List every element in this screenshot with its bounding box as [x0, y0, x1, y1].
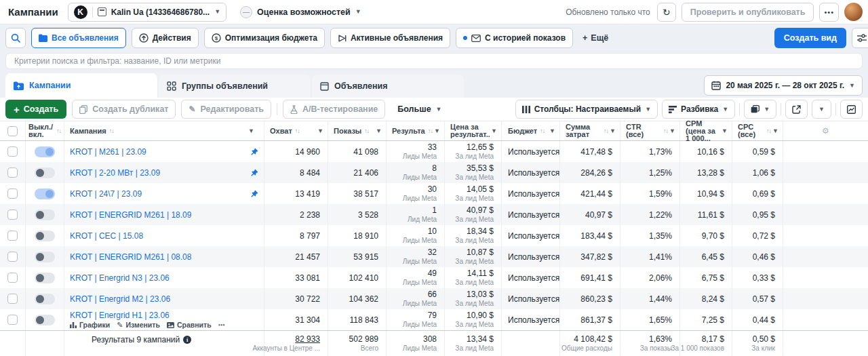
amount-spent-cell: 417,48 $ — [560, 141, 620, 162]
export-icon — [792, 105, 801, 114]
duplicate-button[interactable]: Создать дубликат — [72, 100, 176, 119]
column-header-amount-spent[interactable]: Сумма затрат↑↓ ▼ — [560, 121, 620, 140]
columns-button[interactable]: Столбцы: Настраиваемый ▼ — [515, 100, 658, 119]
filter-delivery-history[interactable]: С историей показов — [456, 28, 573, 48]
date-range-picker[interactable]: 20 мая 2025 г. — 28 окт 2025 г. ▼ — [704, 75, 863, 96]
search-button[interactable] — [5, 28, 26, 48]
chevron-down-icon[interactable]: ▼ — [771, 127, 783, 135]
arrow-circle-icon — [139, 33, 149, 43]
avatar[interactable] — [844, 3, 863, 21]
campaign-toggle[interactable] — [35, 210, 55, 220]
filter-active-ads[interactable]: Активные объявления — [330, 28, 450, 48]
campaign-name-link[interactable]: KROT | Energrid M2 | 23.06 — [70, 294, 170, 304]
row-checkbox[interactable] — [7, 167, 18, 178]
search-criteria-bar[interactable] — [5, 53, 863, 69]
campaign-row: KROT | 24\7 | 23.0913 41938 51730Лиды Me… — [0, 183, 868, 204]
breakdown-button[interactable]: Разбивка ▼ — [662, 100, 735, 119]
summary-label: Результаты 9 кампаний — [92, 335, 180, 344]
column-header-cpm[interactable]: CPM (цена за 1 000... ▼ — [680, 121, 732, 140]
chevron-down-icon[interactable]: ▼ — [668, 127, 679, 135]
edit-button[interactable]: ✎ Редактировать — [181, 100, 271, 119]
row-checkbox[interactable] — [7, 231, 18, 241]
row-checkbox[interactable] — [7, 273, 18, 283]
account-selector[interactable]: K Kalin Ua (143364686780... ▼ — [68, 3, 226, 22]
column-header-impressions[interactable]: Показы↑↓ ▼ — [328, 121, 387, 140]
campaign-toggle[interactable] — [35, 252, 55, 262]
column-header-budget[interactable]: Бюджет↑↓ ▼ — [502, 121, 560, 140]
campaign-name-link[interactable]: KROT | CEC | 15.08 — [70, 231, 143, 241]
export-options-button[interactable]: ▼ — [812, 100, 831, 119]
ctr-cell: 1,25% — [620, 162, 680, 183]
campaign-name-link[interactable]: KROT | Energrid H1 | 23.06 — [70, 311, 170, 320]
charts-button[interactable] — [840, 100, 863, 119]
chevron-down-icon[interactable]: ▼ — [548, 127, 559, 135]
campaign-name-link[interactable]: KROT | 2-20 МВт | 23.09 — [70, 168, 160, 178]
filter-bar: Все объявления Действия $ Оптимизация бю… — [0, 24, 868, 52]
filter-all-ads[interactable]: Все объявления — [31, 28, 126, 48]
chevron-down-icon[interactable]: ▼ — [433, 127, 444, 135]
column-header-cpc[interactable]: CPC (все)↑↓ ▼ — [732, 121, 783, 140]
campaign-name-link[interactable]: KROT | Energrid N3 | 23.06 — [70, 273, 170, 283]
chevron-down-icon[interactable]: ▼ — [316, 127, 328, 135]
row-action-3[interactable]: Сравнить — [167, 321, 212, 329]
row-checkbox[interactable] — [7, 189, 18, 199]
chevron-down-icon[interactable]: ▼ — [720, 127, 732, 135]
cpc-cell: 0,57 $ — [732, 288, 783, 309]
more-options-button[interactable]: ••• — [819, 3, 839, 22]
info-icon[interactable]: i — [183, 336, 191, 344]
campaign-toggle[interactable] — [35, 146, 55, 157]
tab-ads[interactable]: Объявления — [312, 75, 464, 98]
filter-more[interactable]: + Ещё — [578, 33, 612, 43]
row-checkbox[interactable] — [7, 146, 18, 157]
row-checkbox[interactable] — [7, 315, 18, 325]
campaign-toggle[interactable] — [35, 315, 55, 325]
result-cell: 49Лиды Meta — [387, 267, 445, 288]
campaign-name-link[interactable]: KROT | ENERGRID M261 | 08.08 — [70, 252, 191, 262]
campaign-name-link[interactable]: KROT | M261 | 23.09 — [70, 147, 146, 157]
column-header-cost-per-result[interactable]: Цена за результат... ▼ — [445, 121, 502, 140]
filter-actions[interactable]: Действия — [132, 28, 199, 48]
campaign-toggle[interactable] — [35, 231, 55, 241]
column-header-ctr[interactable]: CTR (все)↑↓ ▼ — [620, 121, 680, 140]
ab-test-button[interactable]: A/B-тестирование — [283, 100, 385, 119]
row-checkbox[interactable] — [7, 294, 18, 304]
row-action-more[interactable]: ⋯ — [218, 321, 226, 329]
campaign-name-link[interactable]: KROT | 24\7 | 23.09 — [70, 189, 142, 199]
campaign-name-link[interactable]: KROT | ENERGRID M261 | 18.09 — [70, 210, 191, 220]
refresh-button[interactable]: ↻ — [657, 3, 676, 22]
reports-button[interactable]: ▼ — [744, 100, 776, 119]
create-view-button[interactable]: Создать вид — [774, 28, 846, 48]
campaign-toggle[interactable] — [35, 294, 55, 304]
campaign-toggle[interactable] — [35, 167, 55, 178]
gear-icon[interactable]: ⚙ — [822, 127, 829, 135]
tab-campaigns[interactable]: Кампании — [5, 73, 157, 98]
filter-budget-optimization[interactable]: $ Оптимизация бюджета — [204, 28, 325, 48]
chevron-down-icon[interactable]: ▼ — [608, 127, 620, 135]
chevron-down-icon[interactable]: ▼ — [490, 127, 501, 135]
opportunity-score-dropdown[interactable]: — Оценка возможностей ▼ — [240, 6, 361, 18]
search-input[interactable] — [14, 56, 854, 66]
row-checkbox[interactable] — [7, 252, 18, 262]
view-settings-button[interactable] — [852, 28, 868, 48]
create-button[interactable]: + Создать — [5, 100, 66, 119]
row-checkbox[interactable] — [7, 210, 18, 220]
column-header-toggle[interactable]: Выкл./вкл.↑↓ — [26, 121, 64, 140]
divider — [781, 103, 781, 115]
reach-cell: 30 722 — [264, 288, 328, 309]
column-header-name[interactable]: Кампания↑↓ ▼ — [64, 121, 264, 140]
more-button[interactable]: Больше ▼ — [391, 100, 448, 119]
divider — [739, 103, 740, 115]
row-action-2[interactable]: ✎Изменить — [117, 321, 160, 330]
column-header-result[interactable]: Результат↑↓ ▼ — [387, 121, 445, 140]
column-header-reach[interactable]: Охват↑↓ ▼ — [264, 121, 328, 140]
campaign-toggle[interactable] — [35, 273, 55, 283]
select-all-checkbox[interactable] — [7, 126, 18, 136]
export-button[interactable] — [785, 100, 808, 119]
chevron-down-icon[interactable]: ▼ — [247, 127, 258, 135]
chevron-down-icon[interactable]: ▼ — [374, 127, 386, 135]
campaign-toggle[interactable] — [35, 189, 55, 199]
summary-reach[interactable]: 82 933 — [295, 335, 320, 344]
row-action-1[interactable]: Графики — [70, 321, 110, 329]
tab-adsets[interactable]: Группы объявлений — [159, 75, 311, 98]
review-publish-button[interactable]: Проверить и опубликовать — [682, 3, 814, 22]
